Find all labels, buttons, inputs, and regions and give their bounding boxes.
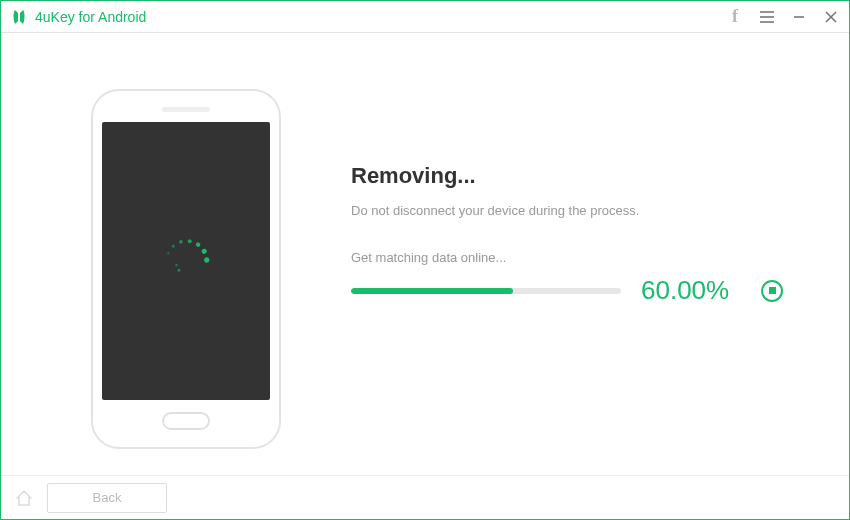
facebook-button[interactable]: f bbox=[719, 1, 751, 33]
phone-screen bbox=[102, 122, 270, 400]
progress-heading: Removing... bbox=[351, 163, 789, 189]
close-button[interactable] bbox=[815, 1, 847, 33]
minimize-button[interactable] bbox=[783, 1, 815, 33]
app-logo-icon bbox=[11, 9, 27, 25]
back-button-label: Back bbox=[93, 490, 122, 505]
progress-panel: Removing... Do not disconnect your devic… bbox=[281, 123, 789, 306]
facebook-icon: f bbox=[732, 6, 738, 27]
home-icon bbox=[14, 488, 34, 508]
progress-bar bbox=[351, 288, 621, 294]
minimize-icon bbox=[793, 11, 805, 23]
progress-step-label: Get matching data online... bbox=[351, 250, 789, 265]
menu-button[interactable] bbox=[751, 1, 783, 33]
content-area: Removing... Do not disconnect your devic… bbox=[1, 33, 849, 475]
progress-warning: Do not disconnect your device during the… bbox=[351, 203, 789, 218]
phone-illustration bbox=[91, 89, 281, 449]
phone-speaker bbox=[162, 107, 210, 112]
phone-home-button bbox=[162, 412, 210, 430]
hamburger-icon bbox=[760, 11, 774, 23]
progress-bar-fill bbox=[351, 288, 513, 294]
footer: Back bbox=[1, 475, 849, 519]
progress-row: 60.00% bbox=[351, 275, 789, 306]
close-icon bbox=[825, 11, 837, 23]
app-title: 4uKey for Android bbox=[35, 9, 146, 25]
progress-percent: 60.00% bbox=[641, 275, 741, 306]
home-button[interactable] bbox=[11, 485, 37, 511]
titlebar: 4uKey for Android f bbox=[1, 1, 849, 33]
app-window: 4uKey for Android f bbox=[0, 0, 850, 520]
back-button[interactable]: Back bbox=[47, 483, 167, 513]
spinner-icon bbox=[163, 238, 209, 284]
stop-button[interactable] bbox=[761, 280, 783, 302]
